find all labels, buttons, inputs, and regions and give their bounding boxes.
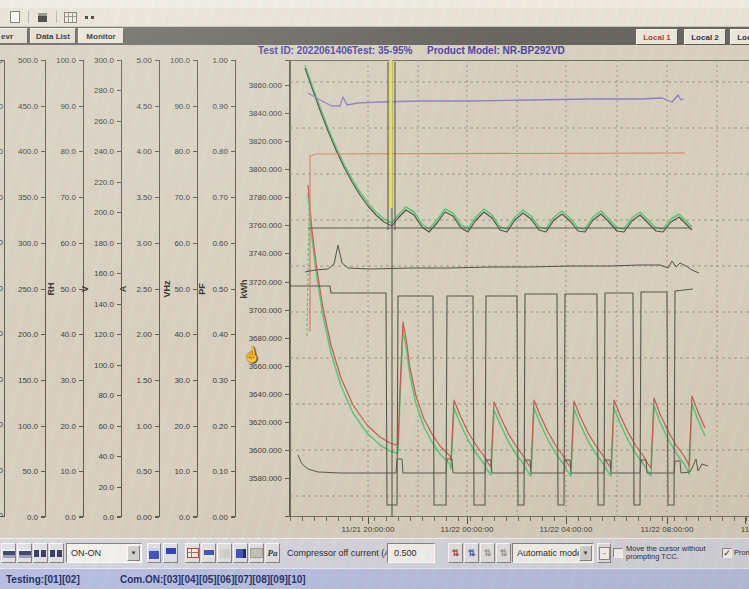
save-file-button[interactable]: [35, 10, 50, 24]
find-button[interactable]: [82, 10, 97, 24]
mode-select[interactable]: ON-ON ▼: [66, 543, 142, 563]
local-1-button[interactable]: Local 1: [636, 29, 678, 45]
status-com-on-text: Com.ON:[03][04][05][06][07][08][09][10]: [120, 574, 306, 585]
x-axis-minor-ticks: [290, 517, 749, 521]
nudge-button-4[interactable]: ⇅: [496, 543, 511, 563]
tick-mark: [285, 282, 289, 283]
tick-label: 3720.000: [249, 278, 282, 287]
tick-mark: [79, 517, 83, 518]
tick-mark: [117, 365, 121, 366]
axis-unit-label: PF: [197, 283, 207, 295]
find-icon-icon: [83, 13, 96, 22]
tab-left-clipped[interactable]: evr: [0, 28, 28, 43]
tick-label: 250.0: [18, 285, 38, 294]
tick-mark: [79, 426, 83, 427]
tick-label: 50.0: [60, 285, 76, 294]
x-tick-label: 11/21 20:00:00: [342, 525, 395, 534]
tick-label: 70.0: [174, 193, 190, 202]
print-button[interactable]: [1, 543, 16, 563]
tick-label: 160.0: [94, 269, 114, 278]
chevron-down-icon[interactable]: ▼: [127, 545, 140, 561]
print-setup-button-icon: [19, 549, 31, 558]
save-data-button[interactable]: [163, 543, 178, 563]
nudge-button-2[interactable]: ⇅: [464, 543, 479, 563]
tick-mark: [155, 471, 159, 472]
pa-unit-button[interactable]: Pa: [265, 543, 280, 563]
prompt-checkbox[interactable]: ✓: [722, 548, 732, 558]
tick-mark: [79, 60, 83, 61]
tick-label: 350.0: [18, 193, 38, 202]
auto-mode-select[interactable]: Automatic mode ▼: [512, 543, 594, 563]
tick-mark: [117, 426, 121, 427]
series-power-baseline: [298, 455, 708, 473]
chevron-down-icon[interactable]: ▼: [579, 545, 592, 561]
axis-tick-fragment: 0.0: [0, 284, 3, 293]
tick-label: 3680.000: [249, 334, 282, 343]
dual-screen-button-1[interactable]: [33, 543, 48, 563]
tick-label: 90.0: [174, 102, 190, 111]
grid-view-button[interactable]: [185, 543, 200, 563]
chart-view-button-icon: [236, 549, 246, 558]
tab-data-list[interactable]: Data List: [30, 28, 76, 43]
tick-mark: [285, 225, 289, 226]
move-cursor-checkbox[interactable]: [613, 548, 623, 558]
tick-mark: [155, 106, 159, 107]
chart-plot-area[interactable]: [290, 60, 749, 517]
x-major-tick: [566, 517, 567, 524]
dual-screen-button-2-icon: [50, 549, 63, 558]
data-table-button[interactable]: [63, 10, 78, 24]
tick-mark: [231, 334, 235, 335]
export-report-button[interactable]: →: [597, 543, 611, 563]
axis-unit-label: A: [118, 285, 128, 292]
tick-mark: [285, 366, 289, 367]
local-3-button[interactable]: Local 3: [730, 29, 749, 45]
tick-label: 0.0: [103, 513, 114, 522]
print-setup-button[interactable]: [17, 543, 32, 563]
tick-mark: [79, 106, 83, 107]
tick-label: 0.10: [212, 467, 228, 476]
compressor-current-input[interactable]: [392, 547, 434, 559]
local-2-button[interactable]: Local 2: [684, 29, 726, 45]
chart-view-button[interactable]: [233, 543, 248, 563]
x-axis: 11/21 20:00:0011/22 00:00:0011/22 04:00:…: [290, 517, 749, 538]
tick-label: 60.0: [98, 422, 114, 431]
tick-mark: [117, 243, 121, 244]
axis-tick-fragment: 0.0: [0, 329, 3, 338]
axis-tick-fragment: 0.0: [0, 102, 3, 111]
dual-screen-button-2[interactable]: [49, 543, 64, 563]
tick-mark: [41, 380, 45, 381]
new-file-button[interactable]: [7, 10, 22, 24]
tick-mark: [41, 334, 45, 335]
calculator-button[interactable]: [147, 543, 161, 563]
tick-mark: [117, 334, 121, 335]
tick-mark: [117, 212, 121, 213]
axis-unit-label: VHz: [162, 280, 172, 297]
y-axis-kwh: kWh3860.0003840.0003820.0003800.0003780.…: [236, 60, 290, 517]
tick-label: 0.50: [136, 467, 152, 476]
x-tick-label: 11/22 08:00:00: [641, 525, 694, 534]
tick-label: 10.0: [60, 467, 76, 476]
tick-mark: [79, 334, 83, 335]
nudge-button-3[interactable]: ⇅: [480, 543, 495, 563]
tick-label: 300.0: [94, 56, 114, 65]
tick-mark: [155, 380, 159, 381]
axis-tick-fragment: 0.0: [0, 466, 3, 475]
tick-label: 1.00: [136, 422, 152, 431]
prompt-checkbox-label: Prompt: [734, 549, 749, 557]
axis-tick-fragment: 0.0: [0, 60, 3, 65]
print-preview-button[interactable]: [249, 543, 264, 563]
nudge-button-1[interactable]: ⇅: [448, 543, 463, 563]
axis-tick-fragment: 0.0: [0, 193, 3, 202]
axis-tick-fragment: 0.0: [0, 375, 3, 384]
tick-mark: [79, 197, 83, 198]
tab-monitor[interactable]: Monitor: [78, 28, 124, 43]
disabled-tool-button[interactable]: [217, 543, 232, 563]
upload-button[interactable]: [201, 543, 216, 563]
data-table-icon-icon: [64, 12, 77, 23]
tab-label: Monitor: [86, 32, 115, 41]
mode-select-value: ON-ON: [71, 548, 101, 558]
arrows-icon: ⇅: [467, 548, 477, 559]
tick-mark: [41, 197, 45, 198]
tick-mark: [193, 243, 197, 244]
x-tick-label: 11/22 00:00:00: [441, 525, 494, 534]
